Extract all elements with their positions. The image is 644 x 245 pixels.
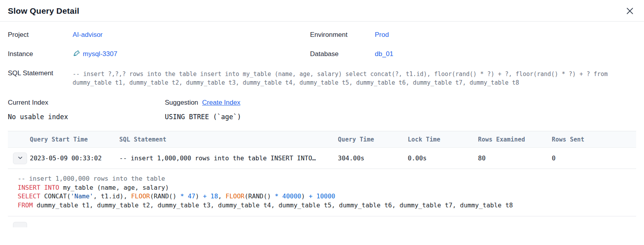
suggestion-value: USING BTREE (`age`) <box>165 113 636 121</box>
table-row[interactable]: 2023-05-09 00:33:02 -- insert 1,000,000 … <box>8 148 636 169</box>
slow-query-detail-modal: Slow Query Detail Project AI-advisor Env… <box>0 0 644 229</box>
col-query-time: Query Time <box>338 136 408 143</box>
current-index-value: No usable index <box>8 113 165 121</box>
col-sql-statement: SQL Statement <box>119 136 338 143</box>
col-query-start-time: Query Start Time <box>30 136 119 143</box>
instance-label: Instance <box>8 50 73 58</box>
instance-link[interactable]: mysql-3307 <box>83 50 117 58</box>
close-icon <box>625 11 635 17</box>
sql-detail-line: SELECT CONCAT('Name', t1.id), FLOOR(RAND… <box>18 192 627 201</box>
sql-detail-line: FROM dummy_table t1, dummy_table t2, dum… <box>18 201 627 210</box>
current-index-label: Current Index <box>8 99 165 107</box>
environment-link[interactable]: Prod <box>375 31 636 39</box>
sql-statement-text: -- insert ?,?,? rows into the table inse… <box>73 69 636 87</box>
cell-query-time: 304.00s <box>338 154 408 162</box>
col-lock-time: Lock Time <box>408 136 478 143</box>
col-rows-sent: Rows Sent <box>552 136 636 143</box>
environment-label: Environment <box>310 31 375 39</box>
project-label: Project <box>8 31 73 39</box>
mysql-dolphin-icon <box>73 49 80 59</box>
sql-detail-line: INSERT INTO my_table (name, age, salary) <box>18 183 627 192</box>
create-index-link[interactable]: Create Index <box>202 99 240 107</box>
close-button[interactable] <box>624 5 635 16</box>
expand-row-button[interactable] <box>13 152 27 164</box>
cell-rows-examined: 80 <box>478 154 552 162</box>
col-rows-examined: Rows Examined <box>478 136 552 143</box>
chevron-down-icon <box>17 155 23 162</box>
database-link[interactable]: db_01 <box>375 50 636 58</box>
suggestion-label: Suggestion <box>165 99 198 107</box>
table-header-row: Query Start Time SQL Statement Query Tim… <box>8 131 636 148</box>
sql-detail-line: -- insert 1,000,000 rows into the table <box>18 174 627 183</box>
cell-sql-statement: -- insert 1,000,000 rows into the table … <box>119 154 338 162</box>
next-row-partial <box>13 222 644 229</box>
sql-statement-label: SQL Statement <box>8 69 73 77</box>
next-row-expand-button[interactable] <box>13 222 27 227</box>
info-section: Project AI-advisor Environment Prod Inst… <box>0 22 644 87</box>
database-label: Database <box>310 50 375 58</box>
modal-header: Slow Query Detail <box>0 0 644 22</box>
cell-lock-time: 0.00s <box>408 154 478 162</box>
cell-query-start-time: 2023-05-09 00:33:02 <box>30 154 119 162</box>
page-title: Slow Query Detail <box>8 6 79 16</box>
cell-rows-sent: 0 <box>552 154 636 162</box>
slow-query-log-table: Query Start Time SQL Statement Query Tim… <box>8 131 636 216</box>
project-link[interactable]: AI-advisor <box>73 31 310 39</box>
expanded-sql-detail: -- insert 1,000,000 rows into the table … <box>8 169 636 216</box>
index-section: Current Index Suggestion Create Index No… <box>0 87 644 121</box>
